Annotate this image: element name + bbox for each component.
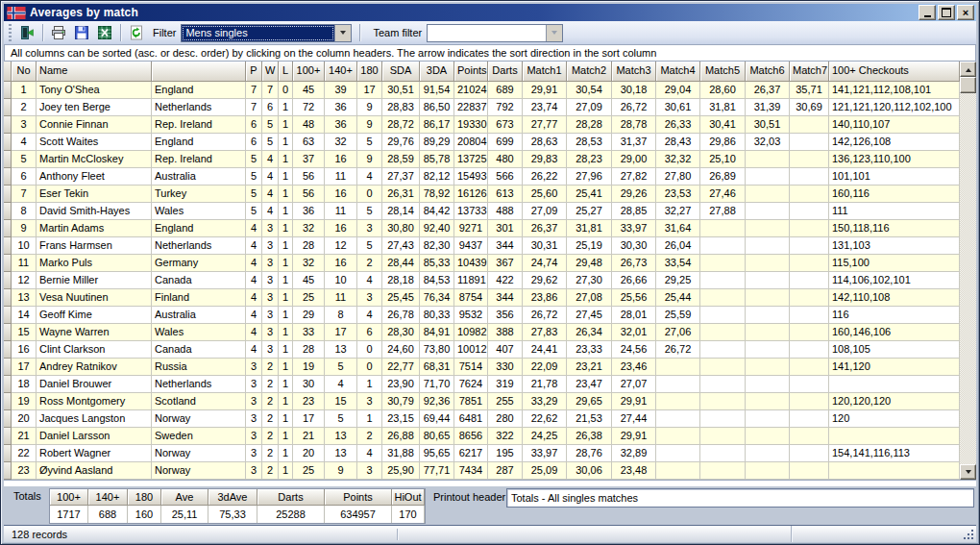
table-row[interactable]: 1Tony O'SheaEngland77045391730,5191,5421…	[4, 82, 960, 99]
column-header[interactable]: SDA	[382, 62, 420, 82]
table-cell: Tony O'Shea	[37, 82, 152, 99]
excel-export-button[interactable]	[93, 21, 116, 44]
totals-value-row: 171768816025,1175,3325288634957170	[50, 506, 425, 523]
column-header[interactable]: Match6	[746, 62, 790, 82]
table-cell	[700, 359, 746, 376]
table-cell: 26,22	[523, 168, 567, 186]
column-header[interactable]: 100+	[293, 62, 325, 82]
column-header[interactable]: Match3	[612, 62, 656, 82]
column-header[interactable]: Darts	[488, 62, 523, 82]
refresh-button[interactable]	[125, 21, 148, 44]
column-header[interactable]: 3DA	[420, 62, 454, 82]
exit-button[interactable]	[15, 21, 38, 44]
column-header[interactable]	[152, 62, 246, 82]
table-cell: Australia	[152, 168, 246, 186]
table-cell: 30,06	[567, 462, 612, 480]
column-header[interactable]: P	[246, 62, 262, 82]
table-cell	[790, 272, 829, 289]
table-row[interactable]: 8David Smith-HayesWales5413611528,1484,4…	[4, 203, 960, 220]
print-button[interactable]	[47, 21, 70, 44]
column-header[interactable]: Match1	[523, 62, 567, 82]
table-cell	[746, 428, 790, 445]
team-filter-combobox[interactable]	[427, 24, 563, 42]
table-cell: 26,33	[656, 116, 700, 134]
table-cell: 16126	[454, 186, 488, 203]
table-cell	[746, 393, 790, 410]
totals-header-cell: 100+	[50, 489, 88, 506]
table-cell: 28,28	[567, 116, 612, 134]
scrollbar-thumb[interactable]	[960, 77, 976, 93]
table-cell: 26,72	[612, 99, 656, 116]
vertical-scrollbar[interactable]	[960, 62, 976, 480]
table-row[interactable]: 4Scott WaitesEngland6516332529,7689,2920…	[4, 134, 960, 151]
table-row[interactable]: 17Andrey RatnikovRussia321195022,7768,31…	[4, 359, 960, 376]
table-row[interactable]: 6Anthony FleetAustralia5415611427,3782,1…	[4, 168, 960, 186]
table-row[interactable]: 16Clint ClarksonCanada4312813024,6073,80…	[4, 341, 960, 359]
row-indicator	[4, 203, 12, 220]
column-header[interactable]: Match7	[790, 62, 829, 82]
table-row[interactable]: 22Robert WagnerNorway3212013431,8895,656…	[4, 445, 960, 462]
team-filter-dropdown-button[interactable]	[546, 25, 562, 41]
table-row[interactable]: 15Wayne WarrenWales4313317628,3084,91109…	[4, 324, 960, 341]
scroll-down-button[interactable]	[960, 464, 976, 480]
filter-combobox[interactable]: Mens singles	[181, 24, 352, 42]
column-header[interactable]: L	[279, 62, 293, 82]
table-cell	[829, 462, 960, 480]
table-row[interactable]: 18Daniel BrouwerNetherlands321304123,907…	[4, 376, 960, 393]
table-cell: 23,53	[656, 186, 700, 203]
row-indicator	[4, 255, 12, 272]
table-cell: 17	[357, 82, 382, 99]
column-header[interactable]: W	[262, 62, 279, 82]
row-indicator	[4, 99, 12, 116]
table-row[interactable]: 7Eser TekinTurkey5415616026,3178,9216126…	[4, 186, 960, 203]
table-row[interactable]: 11Marko PulsGermany4313216228,4485,33104…	[4, 255, 960, 272]
filter-dropdown-button[interactable]	[334, 25, 351, 41]
table-row[interactable]: 10Frans HarmsenNetherlands4312812527,438…	[4, 237, 960, 255]
scrollbar-track[interactable]	[960, 93, 976, 464]
table-cell: 4	[357, 272, 382, 289]
table-cell: 76,34	[420, 289, 454, 307]
close-button[interactable]: ×	[957, 5, 974, 20]
maximize-button[interactable]	[938, 5, 955, 20]
table-row[interactable]: 20Jacques LangstonNorway321175123,1569,4…	[4, 410, 960, 428]
column-header[interactable]: Match5	[700, 62, 746, 82]
table-cell: Jacques Langston	[37, 410, 152, 428]
table-row[interactable]: 21Daniel LarssonSweden3212113226,8880,65…	[4, 428, 960, 445]
table-row[interactable]: 5Martin McCloskeyRep. Ireland5413716928,…	[4, 151, 960, 168]
table-row[interactable]: 2Joey ten BergeNetherlands7617236928,838…	[4, 99, 960, 116]
title-bar[interactable]: Averages by match ×	[4, 4, 976, 21]
printout-header-input[interactable]	[506, 488, 974, 508]
column-header[interactable]: 140+	[325, 62, 357, 82]
column-header[interactable]: Points	[454, 62, 488, 82]
row-indicator	[4, 62, 12, 82]
table-row[interactable]: 23Øyvind AaslandNorway321259325,9077,717…	[4, 462, 960, 480]
table-cell: 15493	[454, 168, 488, 186]
table-cell: 2	[262, 410, 279, 428]
table-cell: 7	[12, 186, 37, 203]
table-cell: 25,44	[656, 289, 700, 307]
column-header[interactable]: Name	[37, 62, 152, 82]
save-button[interactable]	[70, 21, 93, 44]
table-row[interactable]: 3Connie FinnanRep. Ireland6514836928,728…	[4, 116, 960, 134]
table-cell: 280	[488, 410, 523, 428]
table-cell: 10	[12, 237, 37, 255]
table-cell: 2	[357, 428, 382, 445]
printer-icon	[51, 25, 66, 40]
table-row[interactable]: 12Bernie MillerCanada4314510428,1884,531…	[4, 272, 960, 289]
table-row[interactable]: 13Vesa NuutinenFinland4312511325,4576,34…	[4, 289, 960, 307]
resize-grip[interactable]	[963, 529, 974, 540]
table-cell: Anthony Fleet	[37, 168, 152, 186]
column-header[interactable]: 100+ Checkouts	[829, 62, 960, 82]
scroll-up-button[interactable]	[960, 62, 976, 77]
totals-value-cell: 75,33	[208, 506, 257, 523]
column-header[interactable]: No	[12, 62, 37, 82]
column-header[interactable]: Match4	[656, 62, 700, 82]
table-row[interactable]: 19Ross MontgomeryScotland3212315330,7992…	[4, 393, 960, 410]
table-cell	[790, 255, 829, 272]
table-row[interactable]: 14Geoff KimeAustralia431298426,7880,3395…	[4, 307, 960, 324]
column-header[interactable]: Match2	[567, 62, 612, 82]
column-header[interactable]: 180	[357, 62, 382, 82]
minimize-button[interactable]	[919, 5, 936, 20]
table-row[interactable]: 9Martin AdamsEngland4313216330,8092,4092…	[4, 220, 960, 237]
toolbar-grip[interactable]	[9, 24, 12, 41]
